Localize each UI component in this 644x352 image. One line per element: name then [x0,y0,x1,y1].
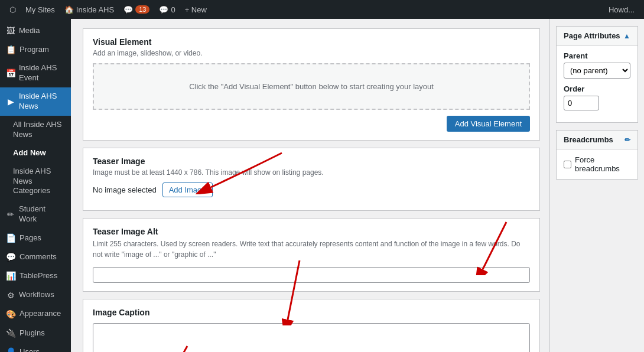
comment-icon: 💬 [123,5,133,14]
sidebar-item-all-news[interactable]: All Inside AHS News [0,116,71,144]
comment-zero-icon: 💬 [159,5,168,14]
sidebar-item-add-new[interactable]: Add New [0,144,71,162]
breadcrumbs-body: Force breadcrumbs [557,149,638,179]
sidebar-item-media[interactable]: 🖼 Media [0,21,71,40]
page-attributes-box: Page Attributes ▲ Parent (no parent) Ord… [556,26,638,123]
main-layout: 🖼 Media 📋 Program 📅 Inside AHS Event ▶ I… [0,19,644,352]
page-attributes-collapse-icon[interactable]: ▲ [623,32,630,40]
sidebar-label-workflows: Workflows [19,290,54,300]
sidebar-label-ahs-news: Inside AHS News [19,92,65,112]
workflows-icon: ⚙ [6,290,15,301]
admin-bar-howdy[interactable]: Howd... [604,0,639,19]
howdy-label: Howd... [609,5,635,14]
sidebar-label-comments: Comments [19,252,57,262]
image-caption-section: Image Caption [83,299,540,352]
sidebar-item-student-work[interactable]: ✏ Student Work [0,200,71,229]
admin-bar: ⬡ My Sites 🏠 Inside AHS 💬 13 💬 0 + New H… [0,0,644,19]
image-caption-input[interactable] [93,323,530,352]
sidebar-item-inside-ahs-news[interactable]: ▶ Inside AHS News [0,87,71,116]
add-visual-element-button[interactable]: Add Visual Element [447,116,530,132]
sidebar-item-tablepress[interactable]: 📊 TablePress [0,266,71,285]
sidebar-label-media: Media [19,26,40,36]
site-name-label: Inside AHS [76,5,114,14]
sidebar-label-tablepress: TablePress [19,271,57,281]
sidebar-item-inside-ahs-event[interactable]: 📅 Inside AHS Event [0,59,71,87]
comments-icon: 💬 [6,252,16,262]
right-sidebar: Page Attributes ▲ Parent (no parent) Ord… [549,19,644,352]
sidebar-label-news-cat: Inside AHS News Categories [13,167,65,197]
page-attributes-body: Parent (no parent) Order [557,45,638,122]
parent-select[interactable]: (no parent) [564,63,630,79]
sidebar-label-all-news: All Inside AHS News [13,120,65,140]
comment-count: 13 [135,5,149,14]
teaser-image-alt-title: Teaser Image Alt [93,227,530,236]
parent-label: Parent [564,51,630,60]
sidebar-item-plugins[interactable]: 🔌 Plugins [0,324,71,343]
main-content: Visual Element Add an image, slideshow, … [71,19,549,352]
program-icon: 📋 [6,44,16,55]
teaser-image-desc: Image must be at least 1440 x 786. This … [93,168,530,177]
sidebar-label-pages: Pages [19,233,41,243]
sidebar-item-program[interactable]: 📋 Program [0,40,71,59]
sidebar-item-workflows[interactable]: ⚙ Workflows [0,286,71,305]
media-icon: 🖼 [6,25,15,36]
new-label: + New [185,5,207,14]
add-image-button[interactable]: Add Image [162,182,213,197]
admin-bar-new[interactable]: + New [180,0,212,19]
breadcrumbs-title: Breadcrumbs [564,135,613,144]
image-caption-title: Image Caption [93,308,530,317]
visual-element-box-text: Click the "Add Visual Element" button be… [189,82,434,91]
sidebar-label-student-work: Student Work [19,204,65,224]
sidebar-item-news-cat[interactable]: Inside AHS News Categories [0,162,71,201]
no-image-label: No image selected [93,185,157,194]
teaser-image-alt-input[interactable] [93,267,530,283]
users-icon: 👤 [6,347,16,352]
visual-element-desc: Add an image, slideshow, or video. [93,49,530,57]
visual-element-box: Click the "Add Visual Element" button be… [93,63,530,110]
admin-bar-comment-count[interactable]: 💬 0 [154,0,180,19]
wp-icon: ⬡ [9,5,16,14]
admin-bar-sitename[interactable]: 🏠 Inside AHS [60,0,119,19]
breadcrumbs-box: Breadcrumbs ✏ Force breadcrumbs [556,130,638,180]
page-attributes-header: Page Attributes ▲ [557,27,638,45]
breadcrumbs-edit-icon[interactable]: ✏ [625,136,630,144]
sidebar-item-users[interactable]: 👤 Users [0,343,71,352]
admin-bar-mysites[interactable]: My Sites [21,0,60,19]
appearance-icon: 🎨 [6,309,16,320]
student-work-icon: ✏ [6,209,15,220]
sidebar-item-comments[interactable]: 💬 Comments [0,247,71,266]
teaser-image-section: Teaser Image Image must be at least 1440… [83,148,540,211]
visual-element-title: Visual Element [93,37,530,47]
ahs-event-icon: 📅 [6,68,15,79]
teaser-image-alt-section: Teaser Image Alt Limit 255 characters. U… [83,218,540,292]
site-home-icon: 🏠 [64,5,74,14]
sidebar-item-appearance[interactable]: 🎨 Appearance [0,305,71,324]
order-input[interactable] [564,96,599,110]
admin-bar-comments[interactable]: 💬 13 [119,0,154,19]
sidebar-label-users: Users [19,347,40,352]
teaser-image-title: Teaser Image [93,157,530,166]
sidebar-label-appearance: Appearance [19,309,61,319]
sidebar-item-pages[interactable]: 📄 Pages [0,229,71,247]
ahs-news-icon: ▶ [6,96,15,107]
force-breadcrumbs-label[interactable]: Force breadcrumbs [575,155,630,173]
sidebar-label-plugins: Plugins [19,328,45,338]
parent-field: Parent (no parent) [564,51,630,79]
sidebar-label-add-new: Add New [13,148,46,158]
page-attributes-title: Page Attributes [564,31,620,40]
comment-zero-label: 0 [171,5,175,14]
add-image-row: No image selected Add Image [93,182,530,197]
sidebar: 🖼 Media 📋 Program 📅 Inside AHS Event ▶ I… [0,19,71,352]
force-breadcrumbs-row: Force breadcrumbs [564,155,630,173]
order-label: Order [564,84,630,93]
plugins-icon: 🔌 [6,328,16,338]
pages-icon: 📄 [6,233,16,243]
order-field: Order [564,84,630,110]
admin-bar-wp[interactable]: ⬡ [5,0,21,19]
mysites-label: My Sites [25,5,55,14]
sidebar-label-program: Program [19,45,49,55]
tablepress-icon: 📊 [6,270,16,281]
force-breadcrumbs-checkbox[interactable] [564,161,571,168]
sidebar-label-ahs-event: Inside AHS Event [19,63,65,83]
teaser-image-alt-desc: Limit 255 characters. Used by screen rea… [93,239,530,260]
